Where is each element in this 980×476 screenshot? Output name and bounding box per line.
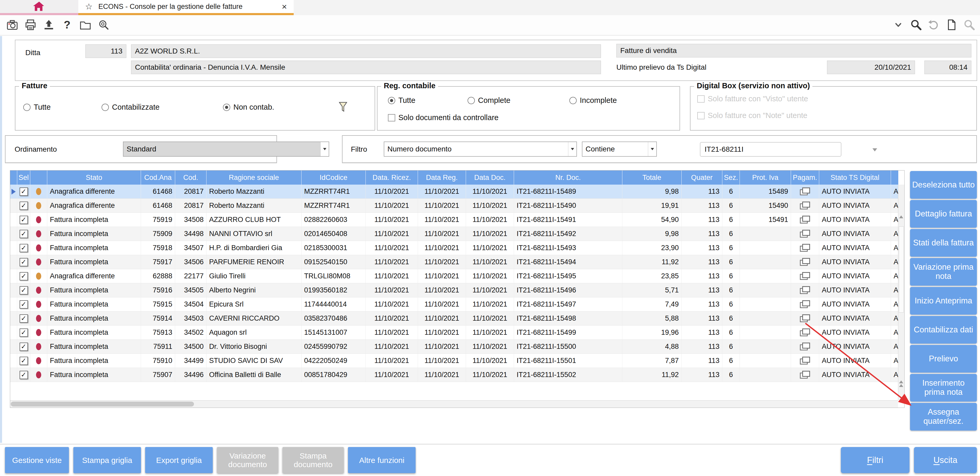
table-row[interactable]: ✓Fattura incompleta7591434503CAVERNI RIC… (10, 312, 904, 326)
cell-prot_iva (740, 283, 791, 297)
column-header-blank[interactable] (30, 170, 47, 185)
stampa-griglia-button[interactable]: Stampa griglia (73, 447, 141, 473)
column-header-blank[interactable] (891, 170, 899, 185)
table-row[interactable]: ✓Fattura incompleta7591634505Alberto Neg… (10, 283, 904, 298)
row-checkbox[interactable]: ✓ (19, 286, 28, 295)
filtro-extra-arrow-icon[interactable] (872, 148, 877, 151)
vertical-scrollbar-thumb[interactable] (899, 226, 904, 312)
stati-della-fattura-button[interactable]: Stati della fattura (910, 229, 977, 257)
camera-icon[interactable] (6, 18, 19, 31)
checkbox-solo-documenti-da-controllare[interactable]: Solo documenti da controllare (388, 113, 499, 122)
prelievo-button[interactable]: Prelievo (910, 345, 977, 373)
checkbox-label: Solo fatture con "Visto" utente (708, 94, 808, 103)
assegna-quater-sez-button[interactable]: Assegna quater/sez. (910, 403, 977, 431)
table-row[interactable]: ✓Anagrafica differente6146820817Roberto … (10, 199, 904, 213)
help-icon[interactable]: ? (60, 18, 74, 31)
upload-icon[interactable] (42, 18, 55, 31)
row-checkbox[interactable]: ✓ (19, 272, 28, 280)
uscita-button[interactable]: Uscita (914, 447, 977, 473)
column-header-cod-ana[interactable]: Cod.Ana (141, 170, 175, 185)
filtri-button[interactable]: Filtri (841, 447, 910, 473)
column-header-quater[interactable]: Quater (682, 170, 722, 185)
row-indicator-cell (10, 326, 17, 339)
inserimento-prima-nota-button[interactable]: Inserimento prima nota (910, 374, 977, 401)
column-header-ragione-sociale[interactable]: Ragione sociale (207, 170, 302, 185)
row-checkbox[interactable]: ✓ (19, 244, 28, 252)
column-header-blank[interactable] (10, 170, 17, 185)
dropdown-arrow-icon[interactable] (568, 142, 576, 156)
table-row[interactable]: ✓Fattura incompleta7591734506PARFUMERIE … (10, 255, 904, 269)
folder-icon[interactable] (79, 18, 92, 31)
variazione-prima-nota-button[interactable]: Variazione prima nota (910, 258, 977, 286)
table-row[interactable]: ✓Anagrafica differente6288822177Giulio T… (10, 269, 904, 283)
column-header-data-ricez[interactable]: Data. Ricez. (366, 170, 418, 185)
column-header-prot-iva[interactable]: Prot. Iva (740, 170, 791, 185)
column-header-totale[interactable]: Totale (622, 170, 682, 185)
chevron-down-icon[interactable] (892, 18, 905, 31)
dropdown-arrow-icon[interactable] (648, 142, 656, 156)
cell-cod: 34498 (175, 227, 207, 241)
column-header-data-doc[interactable]: Data Doc. (466, 170, 514, 185)
column-header-idcodice[interactable]: IdCodice (302, 170, 366, 185)
table-row[interactable]: ✓Fattura incompleta7591334502Aquagon srl… (10, 326, 904, 340)
row-checkbox[interactable]: ✓ (19, 328, 28, 337)
radio-non-contab[interactable]: Non contab. (223, 103, 274, 111)
row-checkbox[interactable]: ✓ (19, 314, 28, 323)
column-header-pagam[interactable]: Pagam. (791, 170, 819, 185)
column-header-nr-doc[interactable]: Nr. Doc. (514, 170, 622, 185)
column-header-cod[interactable]: Cod. (175, 170, 207, 185)
document-icon[interactable] (945, 18, 958, 31)
search-icon[interactable] (910, 18, 923, 31)
filtro-value-input[interactable]: IT21-68211I (700, 142, 842, 157)
radio-tutte[interactable]: Tutte (23, 103, 51, 111)
contabilizza-dati-button[interactable]: Contabilizza dati (910, 316, 977, 344)
deseleziona-tutto-button[interactable]: Deseleziona tutto (910, 171, 977, 199)
gestione-viste-button[interactable]: Gestione viste (5, 447, 69, 473)
row-checkbox[interactable]: ✓ (19, 371, 28, 379)
table-row[interactable]: ✓Fattura incompleta7591534504Epicura Srl… (10, 298, 904, 312)
ordinamento-dropdown[interactable]: Standard (123, 142, 329, 157)
active-tab[interactable]: ☆ ECONS - Console per la gestione delle … (78, 0, 294, 15)
dettaglio-fattura-button[interactable]: Dettaglio fattura (910, 200, 977, 228)
export-griglia-button[interactable]: Export griglia (145, 447, 213, 473)
favorite-star-icon[interactable]: ☆ (85, 2, 93, 11)
print-icon[interactable] (24, 18, 37, 31)
row-checkbox[interactable]: ✓ (19, 357, 28, 365)
dropdown-arrow-icon[interactable] (320, 142, 329, 156)
inizio-anteprima-button[interactable]: Inizio Anteprima (910, 287, 977, 315)
horizontal-scrollbar[interactable] (10, 400, 898, 408)
row-checkbox[interactable]: ✓ (19, 342, 28, 351)
row-checkbox[interactable]: ✓ (19, 202, 28, 210)
row-checkbox[interactable]: ✓ (19, 230, 28, 238)
ditta-code-field[interactable]: 113 (85, 45, 126, 58)
column-header-data-reg[interactable]: Data Reg. (418, 170, 466, 185)
table-row[interactable]: ✓Fattura incompleta7591134500Dr. Vittori… (10, 340, 904, 354)
row-checkbox[interactable]: ✓ (19, 188, 28, 196)
table-row[interactable]: ✓Fattura incompleta7590734496Officina Ba… (10, 368, 904, 382)
radio-contabilizzate[interactable]: Contabilizzate (102, 103, 159, 111)
altre-funzioni-button[interactable]: Altre funzioni (348, 447, 415, 473)
table-row[interactable]: ✓Fattura incompleta7591034499STUDIO SAVI… (10, 354, 904, 368)
zoom-preview-icon[interactable] (97, 18, 110, 31)
table-row[interactable]: ✓Fattura incompleta7590934498NANNI OTTAV… (10, 227, 904, 241)
checkbox-label: Solo documenti da controllare (398, 113, 499, 122)
undo-icon[interactable] (927, 18, 940, 31)
tab-close-icon[interactable]: × (282, 2, 287, 12)
table-row[interactable]: ✓Fattura incompleta7591934508AZZURRO CLU… (10, 213, 904, 227)
filtro-field-dropdown[interactable]: Numero documento (384, 142, 577, 157)
filter-funnel-icon[interactable] (338, 101, 348, 114)
row-checkbox[interactable]: ✓ (19, 300, 28, 309)
row-checkbox[interactable]: ✓ (19, 258, 28, 266)
vertical-scrollbar[interactable] (898, 185, 904, 400)
row-checkbox[interactable]: ✓ (19, 216, 28, 224)
home-tab[interactable] (0, 0, 78, 15)
table-row[interactable]: ✓Anagrafica differente6146820817Roberto … (10, 185, 904, 199)
table-header-row: SelStatoCod.AnaCod.Ragione socialeIdCodi… (10, 170, 904, 185)
filtro-operator-dropdown[interactable]: Contiene (582, 142, 657, 157)
column-header-stato-ts-digital[interactable]: Stato TS Digital (819, 170, 891, 185)
horizontal-scrollbar-thumb[interactable] (11, 401, 194, 406)
table-row[interactable]: ✓Fattura incompleta7591834507H.P. di Bom… (10, 241, 904, 255)
column-header-stato[interactable]: Stato (47, 170, 141, 185)
column-header-sez[interactable]: Sez. (722, 170, 740, 185)
column-header-sel[interactable]: Sel (17, 170, 30, 185)
